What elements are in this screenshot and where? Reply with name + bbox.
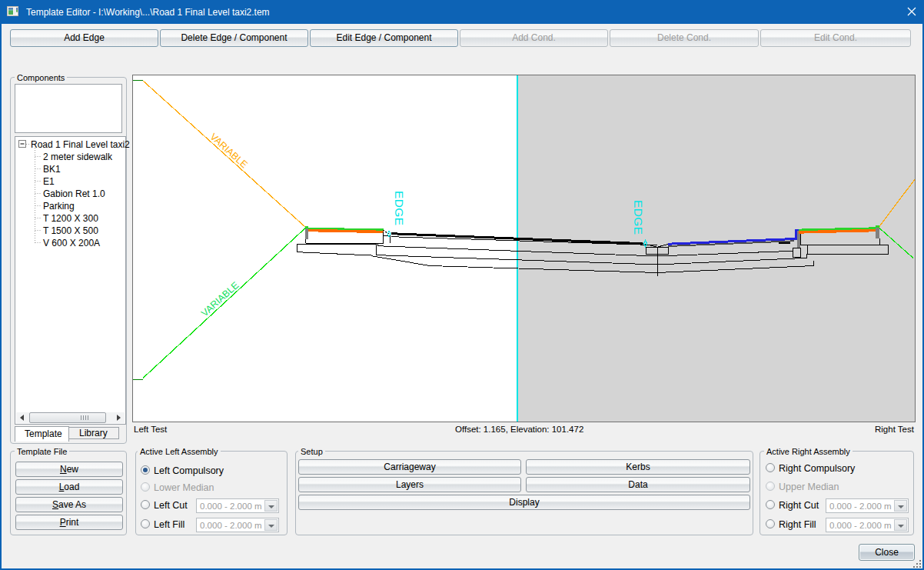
svg-text:EDGE: EDGE (632, 200, 645, 235)
svg-text:VARIABLE: VARIABLE (199, 280, 241, 319)
svg-text:EDGE: EDGE (393, 191, 406, 226)
svg-text:VARIABLE: VARIABLE (208, 132, 250, 171)
